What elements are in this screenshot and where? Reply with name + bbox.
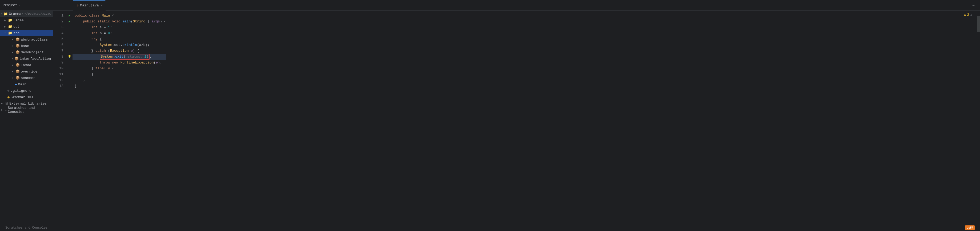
- sidebar-item-scanner[interactable]: ▶ 📦 scanner: [0, 75, 53, 81]
- gitignore-icon: ⊘: [8, 89, 10, 93]
- code-content[interactable]: public class Main { public static void m…: [73, 11, 166, 224]
- scratches-arrow-icon: ▶: [1, 108, 4, 112]
- code-line-3: int a = 1;: [73, 24, 166, 30]
- indent-5a: [75, 36, 91, 42]
- status-cs-code[interactable]: CS码: [963, 224, 977, 231]
- gutter-empty-12: [67, 77, 73, 83]
- line-num-10: 10: [53, 65, 64, 72]
- warning-count-badge[interactable]: ▲ 2 ∧: [964, 13, 972, 17]
- sidebar-item-demoproject[interactable]: ▶ 📦 demoProject: [0, 49, 53, 56]
- gutter-empty-5: [67, 36, 73, 42]
- indent-10a: [75, 65, 91, 72]
- paren-8-close: ): [146, 55, 148, 59]
- sidebar-item-grammar-iml[interactable]: ◉ Grammar.iml: [0, 94, 53, 100]
- scratches-status-label: Scratches and Consoles: [5, 226, 48, 229]
- line-num-11: 11: [53, 72, 64, 77]
- abstractclass-arrow-icon: ▶: [12, 38, 15, 41]
- cls-system: System: [100, 42, 112, 48]
- indent-3a: [75, 24, 91, 30]
- kw-int-a: int: [91, 24, 99, 30]
- system-exit-call: System.exit( status: 1): [100, 54, 150, 60]
- kw-static: static: [97, 19, 112, 24]
- var-b: b =: [100, 30, 108, 36]
- code-line-7: } catch (Exception e) {: [73, 48, 166, 54]
- sidebar-item-main-file[interactable]: ● Main: [0, 81, 53, 88]
- src-folder-icon: 📁: [8, 31, 12, 35]
- tab-main-java[interactable]: ☕ Main.java ×: [73, 0, 106, 11]
- paren-close-2: ) {: [160, 19, 166, 24]
- brace-close-11: }: [91, 72, 93, 77]
- sidebar-item-abstractclass[interactable]: ▶ 📦 abstractClass: [0, 36, 53, 43]
- scanner-label: scanner: [21, 76, 35, 80]
- code-line-1: public class Main {: [73, 13, 166, 19]
- sidebar-item-lamda[interactable]: ▶ 📦 lamda: [0, 62, 53, 68]
- cls-runtimeexception: RuntimeException: [121, 60, 154, 65]
- demoproject-label: demoProject: [21, 50, 44, 54]
- brace-try: {: [100, 36, 102, 42]
- root-folder-icon: 📁: [3, 12, 8, 16]
- java-file-icon: ☕: [76, 3, 78, 8]
- gutter-empty-9: [67, 60, 73, 65]
- root-label: Grammar: [9, 12, 24, 16]
- mini-scrollbar[interactable]: [977, 11, 980, 224]
- brace-close-12: }: [83, 77, 85, 83]
- sidebar-item-interfaceaction[interactable]: ▶ 📦 interfaceAction: [0, 56, 53, 62]
- project-label[interactable]: Project ▾: [3, 3, 20, 7]
- run-line1-icon[interactable]: ▶: [67, 13, 73, 19]
- kw-throw: throw: [100, 60, 112, 65]
- line-numbers: 1 2 3 4 5 6 7 8 9 10 11 12 13: [53, 11, 67, 224]
- iml-icon: ◉: [8, 95, 10, 99]
- cls-exception: Exception: [110, 48, 131, 54]
- extlibs-folder-icon: 🖥: [5, 102, 8, 106]
- out-6: out: [114, 42, 120, 48]
- override-arrow-icon: ▶: [12, 70, 15, 73]
- indent-8a: [75, 54, 100, 60]
- sidebar-item-scratches[interactable]: ▶ ≡ Scratches and Consoles: [0, 107, 53, 113]
- status-scratches[interactable]: Scratches and Consoles: [3, 224, 49, 231]
- sidebar-root[interactable]: ▾ 📁 Grammar ~/Desktop/JavaC: [0, 11, 53, 17]
- scanner-arrow-icon: ▶: [12, 76, 15, 80]
- iml-label: Grammar.iml: [11, 95, 33, 99]
- sidebar-item-src[interactable]: ▾ 📁 src: [0, 30, 53, 36]
- warning-up-icon: ∧: [970, 13, 972, 16]
- indent-11a: [75, 72, 91, 77]
- gutter-empty-10: [67, 65, 73, 72]
- src-label: src: [13, 31, 19, 35]
- kw-void: void: [112, 19, 123, 24]
- brace-catch: }: [91, 48, 95, 54]
- paren-6: (a/b);: [137, 42, 150, 48]
- tab-close-button[interactable]: ×: [100, 4, 102, 7]
- kw-catch: catch: [95, 48, 108, 54]
- sidebar-item-idea[interactable]: ▶ 📁 .idea: [0, 17, 53, 24]
- param-args: args: [152, 19, 160, 24]
- paren-9: (: [154, 60, 156, 65]
- editor-wrapper: 1 2 3 4 5 6 7 8 9 10 11 12 13 ▶ ▶: [53, 11, 980, 224]
- kw-new: new: [112, 60, 120, 65]
- run-line2-icon[interactable]: ▶: [67, 19, 73, 24]
- root-arrow-icon: ▾: [1, 12, 3, 16]
- brace-close-13: }: [75, 83, 77, 89]
- interfaceaction-arrow-icon: ▶: [12, 57, 14, 60]
- sidebar-item-gitignore[interactable]: ⊘ .gitignore: [0, 88, 53, 94]
- maximize-icon[interactable]: ⋯: [972, 3, 975, 8]
- run-gutter: ▶ ▶ 💡: [67, 11, 73, 224]
- tab-bar: ☕ Main.java ×: [20, 0, 159, 11]
- paren-9-close: );: [158, 60, 162, 65]
- sidebar-item-override[interactable]: ▶ 📦 override: [0, 68, 53, 75]
- code-line-8: int status System.exit( status: 1);: [73, 54, 166, 60]
- brace-finally: }: [91, 65, 95, 72]
- idea-arrow-icon: ▶: [4, 19, 8, 22]
- cls-main: Main: [102, 13, 112, 19]
- kw-public-2: public: [83, 19, 97, 24]
- code-line-6: System.out.println(a/b);: [73, 42, 166, 48]
- tab-filename: Main.java: [80, 3, 99, 8]
- gutter-empty-3: [67, 24, 73, 30]
- out-folder-icon: 📁: [8, 24, 12, 29]
- sidebar-item-base[interactable]: ▶ 📦 base: [0, 43, 53, 49]
- demoproject-arrow-icon: ▶: [12, 51, 15, 54]
- main-content: ▾ 📁 Grammar ~/Desktop/JavaC ▶ 📁 .idea ▶ …: [0, 11, 980, 224]
- indent-2a: [75, 19, 83, 24]
- scrollbar-thumb: [977, 16, 980, 32]
- fn-exit: exit: [115, 55, 123, 59]
- sidebar-item-out[interactable]: ▶ 📁 out: [0, 24, 53, 30]
